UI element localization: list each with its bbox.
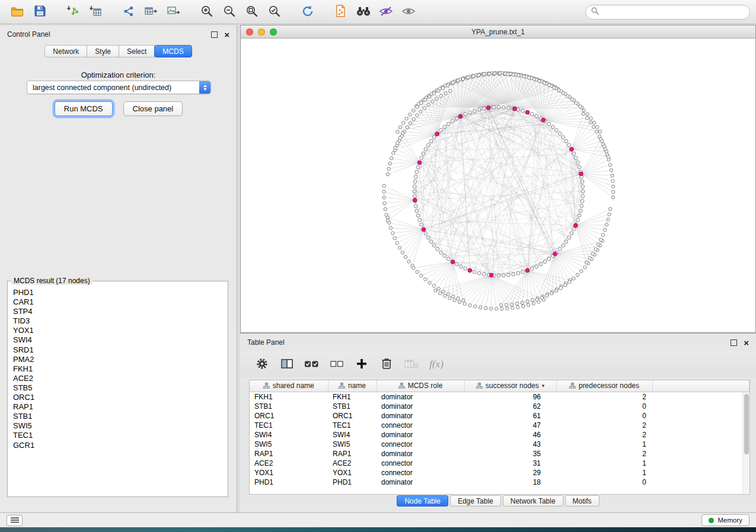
mcds-result-item[interactable]: TEC1 <box>13 431 227 440</box>
scrollbar-thumb[interactable] <box>744 394 749 454</box>
tab-network[interactable]: Network <box>44 45 87 57</box>
select-all-columns-button[interactable] <box>302 355 322 373</box>
cell-predecessor-nodes: 1 <box>556 440 652 449</box>
table-row[interactable]: RAP1RAP1dominator352 <box>250 449 749 459</box>
mcds-result-item[interactable]: PMA2 <box>13 355 227 364</box>
function-icon: f(x) <box>429 358 444 370</box>
tab-edge-table[interactable]: Edge Table <box>450 495 501 507</box>
column-header-predecessor-nodes[interactable]: predecessor nodes <box>556 380 652 392</box>
cell-successor-nodes: 35 <box>464 449 556 459</box>
table-row[interactable]: TEC1TEC1connector472 <box>250 421 749 430</box>
zoom-in-button[interactable] <box>196 3 218 21</box>
tab-node-table[interactable]: Node Table <box>397 495 448 507</box>
mcds-result-item[interactable]: PHD1 <box>13 288 227 297</box>
network-window-titlebar[interactable]: YPA_prune.txt_1 <box>241 25 755 39</box>
table-row[interactable]: FKH1FKH1dominator962 <box>250 392 749 402</box>
mcds-result-item[interactable]: SWI4 <box>13 335 227 345</box>
tab-mcds[interactable]: MCDS <box>154 45 192 57</box>
export-image-button[interactable] <box>162 3 185 21</box>
table-row[interactable]: YOX1YOX1connector291 <box>250 468 749 477</box>
share-document-button[interactable] <box>330 3 352 21</box>
table-scrollbar[interactable] <box>742 392 749 493</box>
column-header-mcds-role[interactable]: MCDS role <box>377 380 464 392</box>
mcds-result-item[interactable]: STB5 <box>13 383 227 393</box>
maximize-window-icon[interactable] <box>270 28 277 36</box>
close-panel-button[interactable]: Close panel <box>123 101 183 116</box>
mcds-result-fieldset: MCDS result (17 nodes) PHD1CAR1STP4TID3Y… <box>7 277 228 497</box>
table-row[interactable]: SWI5SWI5connector431 <box>250 440 749 449</box>
table-settings-button[interactable] <box>252 355 272 373</box>
zoom-fit-button[interactable] <box>241 3 263 21</box>
export-table-icon <box>145 5 158 19</box>
close-window-icon[interactable] <box>246 28 253 36</box>
mcds-result-item[interactable]: ORC1 <box>13 393 227 402</box>
delete-column-button[interactable] <box>377 355 397 373</box>
network-canvas[interactable] <box>241 39 755 333</box>
save-icon <box>34 5 46 18</box>
column-header-successor-nodes[interactable]: successor nodes ▾ <box>464 380 556 392</box>
mcds-result-list: PHD1CAR1STP4TID3YOX1SWI4SRD1PMA2FKH1ACE2… <box>8 286 227 496</box>
save-session-button[interactable] <box>28 3 51 21</box>
deselect-all-columns-button[interactable] <box>327 355 347 373</box>
cell-mcds-role: dominator <box>377 477 464 487</box>
export-table-button[interactable] <box>140 3 162 21</box>
zoom-out-button[interactable] <box>218 3 241 21</box>
tab-style[interactable]: Style <box>87 45 119 57</box>
create-column-button[interactable] <box>352 355 372 373</box>
tab-select[interactable]: Select <box>119 45 155 57</box>
cell-filler <box>652 468 749 477</box>
mcds-result-item[interactable]: RAP1 <box>13 402 227 412</box>
main-toolbar <box>0 0 756 24</box>
table-row[interactable]: ORC1ORC1dominator610 <box>250 411 749 421</box>
mcds-result-item[interactable]: GCR1 <box>13 441 227 450</box>
search-input[interactable] <box>602 8 744 16</box>
search-field[interactable] <box>585 5 750 20</box>
show-graphics-button[interactable] <box>397 3 420 21</box>
cell-predecessor-nodes: 2 <box>556 430 652 440</box>
mcds-result-item[interactable]: YOX1 <box>13 326 227 335</box>
column-header-name[interactable]: name <box>328 380 377 392</box>
cell-filler <box>652 430 749 440</box>
table-row[interactable]: ACE2ACE2connector311 <box>250 459 749 468</box>
mcds-result-item[interactable]: STP4 <box>13 307 227 316</box>
toolbar-separator <box>185 12 196 12</box>
cell-filler <box>652 440 749 449</box>
minimize-window-icon[interactable] <box>258 28 265 36</box>
close-panel-icon[interactable]: × <box>224 30 229 39</box>
delete-table-button[interactable] <box>401 355 422 373</box>
export-network-button[interactable] <box>117 3 140 21</box>
import-table-button[interactable] <box>84 3 107 21</box>
criterion-dropdown[interactable]: largest connected component (undirected) <box>27 81 211 94</box>
run-mcds-button[interactable]: Run MCDS <box>55 101 113 116</box>
task-history-button[interactable] <box>7 515 23 526</box>
show-columns-button[interactable] <box>277 355 297 373</box>
menu-icon <box>11 516 19 525</box>
table-row[interactable]: STB1STB1dominator620 <box>250 402 749 411</box>
mcds-result-item[interactable]: SRD1 <box>13 345 227 355</box>
table-row[interactable]: PHD1PHD1dominator180 <box>250 477 749 487</box>
refresh-button[interactable] <box>296 3 319 21</box>
tab-network-table[interactable]: Network Table <box>503 495 563 507</box>
tab-motifs[interactable]: Motifs <box>565 495 599 507</box>
mcds-result-item[interactable]: TID3 <box>13 316 227 326</box>
import-table-icon <box>89 5 102 19</box>
mcds-result-item[interactable]: STB1 <box>13 412 227 421</box>
find-button[interactable] <box>352 3 375 21</box>
hide-graphics-button[interactable] <box>375 3 397 21</box>
cell-successor-nodes: 62 <box>464 402 556 411</box>
open-session-button[interactable] <box>6 3 28 21</box>
float-panel-icon[interactable] <box>211 31 218 38</box>
column-header-shared-name[interactable]: shared name <box>250 380 328 392</box>
mcds-result-item[interactable]: CAR1 <box>13 297 227 307</box>
function-builder-button[interactable]: f(x) <box>426 355 446 373</box>
memory-button[interactable]: Memory <box>701 514 749 526</box>
import-network-button[interactable] <box>62 3 84 21</box>
close-panel-icon[interactable]: × <box>744 338 749 347</box>
table-row[interactable]: SWI4SWI4dominator462 <box>250 430 749 440</box>
float-panel-icon[interactable] <box>731 339 737 346</box>
mcds-result-item[interactable]: SWI5 <box>13 421 227 431</box>
mcds-result-item[interactable]: FKH1 <box>13 364 227 374</box>
import-network-icon <box>66 5 79 19</box>
zoom-selected-button[interactable] <box>263 3 286 21</box>
mcds-result-item[interactable]: ACE2 <box>13 374 227 383</box>
